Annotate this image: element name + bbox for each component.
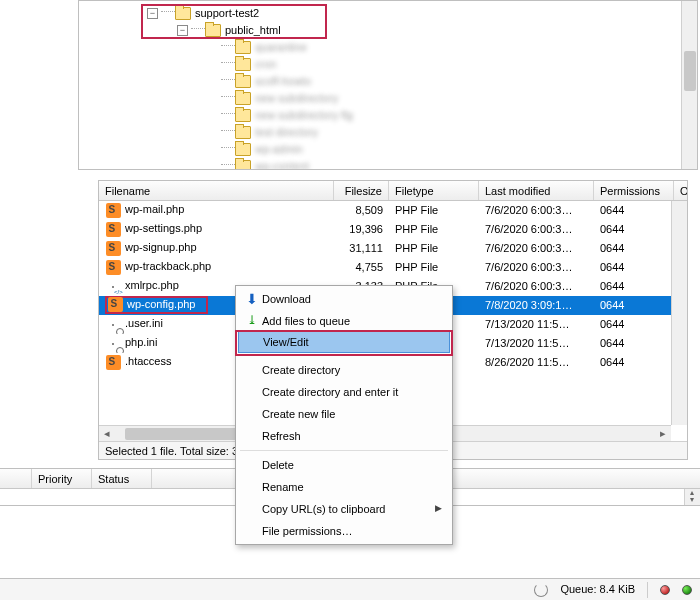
file-modified: 7/6/2020 6:00:3…	[479, 259, 594, 275]
folder-icon	[205, 24, 221, 37]
file-size: 19,396	[334, 221, 389, 237]
file-name: .user.ini	[125, 317, 163, 329]
file-size: 8,509	[334, 202, 389, 218]
queue-col-priority[interactable]: Priority	[32, 469, 92, 488]
scrollbar-vertical[interactable]: ▴ ▾	[684, 489, 700, 505]
file-type-icon	[106, 355, 121, 370]
folder-icon	[175, 7, 191, 20]
folder-tree-panel: − support-test2 − public_html quarantine…	[78, 0, 698, 170]
column-headers[interactable]: Filename Filesize Filetype Last modified…	[99, 181, 687, 201]
tree-label-blurred: wp-content	[255, 159, 309, 170]
col-modified[interactable]: Last modified	[479, 181, 594, 200]
submenu-arrow-icon: ▶	[435, 503, 442, 515]
file-modified: 7/6/2020 6:00:3…	[479, 240, 594, 256]
folder-icon	[235, 58, 251, 71]
file-permissions: 0644	[594, 221, 674, 237]
file-type-icon	[112, 324, 114, 326]
tree-node-blurred[interactable]: scoff-howto	[79, 73, 697, 90]
file-name: wp-signup.php	[125, 241, 197, 253]
ctx-delete[interactable]: Delete	[238, 454, 450, 476]
file-type-icon	[106, 260, 121, 275]
file-modified: 7/6/2020 6:00:3…	[479, 202, 594, 218]
tree-node-blurred[interactable]: wp-admin	[79, 141, 697, 158]
tree-label-blurred: quarantine	[255, 40, 307, 54]
ctx-add-to-queue[interactable]: ⤓ Add files to queue	[238, 310, 450, 332]
table-row[interactable]: wp-mail.php8,509PHP File7/6/2020 6:00:3……	[99, 201, 687, 220]
folder-icon	[235, 109, 251, 122]
table-row[interactable]: wp-settings.php19,396PHP File7/6/2020 6:…	[99, 220, 687, 239]
file-type-icon	[106, 203, 121, 218]
tree-node-blurred[interactable]: wp-content	[79, 158, 697, 170]
file-name: wp-mail.php	[125, 203, 184, 215]
download-arrow-icon: ⬇	[246, 290, 258, 308]
add-queue-icon: ⤓	[247, 313, 257, 329]
queue-col-status[interactable]: Status	[92, 469, 152, 488]
file-permissions: 0644	[594, 259, 674, 275]
tree-label-blurred: wp-admin	[255, 142, 303, 156]
scroll-right-icon[interactable]: ▸	[655, 426, 671, 441]
tree-label-blurred: new subdirectory	[255, 91, 338, 105]
file-modified: 7/13/2020 11:5…	[479, 316, 594, 332]
file-name: wp-config.php	[127, 297, 196, 311]
tree-node-child[interactable]: − public_html	[79, 22, 697, 39]
scrollbar-vertical[interactable]	[681, 1, 697, 169]
file-type-icon	[112, 286, 114, 288]
tree-label-blurred: test directory	[255, 125, 318, 139]
file-modified: 7/8/2020 3:09:1…	[479, 297, 594, 313]
tree-node-blurred[interactable]: cron	[79, 56, 697, 73]
table-row[interactable]: wp-trackback.php4,755PHP File7/6/2020 6:…	[99, 258, 687, 277]
ctx-refresh[interactable]: Refresh	[238, 425, 450, 447]
scroll-down-icon[interactable]: ▾	[684, 496, 700, 505]
queue-col-spacer	[0, 469, 32, 488]
annotation-highlight: wp-config.php	[105, 296, 208, 314]
file-name: php.ini	[125, 336, 157, 348]
menu-separator	[240, 355, 448, 356]
file-type-icon	[108, 297, 123, 312]
tree-label-blurred: cron	[255, 57, 276, 71]
file-type-icon	[106, 241, 121, 256]
ctx-create-directory-enter[interactable]: Create directory and enter it	[238, 381, 450, 403]
status-bar: Queue: 8.4 KiB	[0, 578, 700, 600]
file-permissions: 0644	[594, 316, 674, 332]
col-owner[interactable]: O	[674, 181, 688, 200]
file-type-icon	[112, 343, 114, 345]
ctx-copy-url[interactable]: Copy URL(s) to clipboard ▶	[238, 498, 450, 520]
tree-node-root[interactable]: − support-test2	[79, 5, 697, 22]
ctx-create-directory[interactable]: Create directory	[238, 359, 450, 381]
col-filetype[interactable]: Filetype	[389, 181, 479, 200]
folder-icon	[235, 143, 251, 156]
col-filesize[interactable]: Filesize	[334, 181, 389, 200]
file-type: PHP File	[389, 221, 479, 237]
ctx-view-edit[interactable]: View/Edit	[238, 331, 450, 353]
file-permissions: 0644	[594, 278, 674, 294]
file-modified: 8/26/2020 11:5…	[479, 354, 594, 370]
file-name: .htaccess	[125, 355, 171, 367]
file-size: 4,755	[334, 259, 389, 275]
ctx-download[interactable]: ⬇ Download	[238, 288, 450, 310]
file-modified: 7/6/2020 6:00:3…	[479, 221, 594, 237]
ctx-file-permissions[interactable]: File permissions…	[238, 520, 450, 542]
tree-label: public_html	[225, 23, 281, 37]
tree-node-blurred[interactable]: quarantine	[79, 39, 697, 56]
tree-node-blurred[interactable]: new subdirectory flg	[79, 107, 697, 124]
file-type-icon	[106, 222, 121, 237]
tree-node-blurred[interactable]: test directory	[79, 124, 697, 141]
table-row[interactable]: wp-signup.php31,111PHP File7/6/2020 6:00…	[99, 239, 687, 258]
ctx-create-file[interactable]: Create new file	[238, 403, 450, 425]
scrollbar-vertical[interactable]	[671, 201, 687, 425]
scroll-left-icon[interactable]: ◂	[99, 426, 115, 441]
file-modified: 7/6/2020 6:00:3…	[479, 278, 594, 294]
tree-node-blurred[interactable]: new subdirectory	[79, 90, 697, 107]
folder-icon	[235, 92, 251, 105]
col-filename[interactable]: Filename	[99, 181, 334, 200]
file-permissions: 0644	[594, 335, 674, 351]
context-menu: ⬇ Download ⤓ Add files to queue View/Edi…	[235, 285, 453, 545]
collapse-icon[interactable]: −	[177, 25, 188, 36]
file-type: PHP File	[389, 202, 479, 218]
folder-icon	[235, 160, 251, 170]
tree-label-blurred: scoff-howto	[255, 74, 311, 88]
file-size: 31,111	[334, 240, 389, 256]
ctx-rename[interactable]: Rename	[238, 476, 450, 498]
col-permissions[interactable]: Permissions	[594, 181, 674, 200]
collapse-icon[interactable]: −	[147, 8, 158, 19]
